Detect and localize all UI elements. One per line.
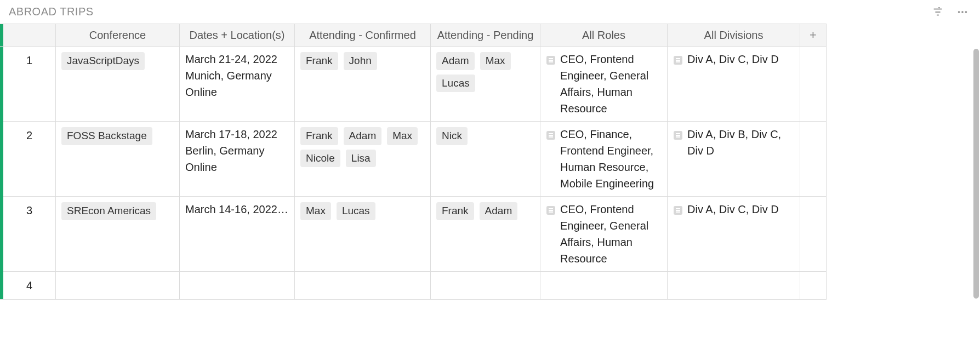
conference-pill[interactable]: JavaScriptDays (61, 52, 145, 70)
person-pill[interactable]: Nicole (300, 150, 340, 168)
roles-text: CEO, Finance, Frontend Engineer, Human R… (560, 126, 662, 192)
cell-divisions[interactable]: Div A, Div C, Div D (668, 47, 800, 122)
person-pill[interactable]: Lisa (346, 150, 376, 168)
header-pending[interactable]: Attending - Pending (431, 24, 540, 47)
cell-pending[interactable] (431, 272, 540, 300)
svg-point-5 (961, 11, 964, 13)
grid: Conference Dates + Location(s) Attending… (0, 24, 976, 300)
roles-text: CEO, Frontend Engineer, General Affairs,… (560, 51, 662, 117)
person-pill[interactable]: Frank (300, 127, 338, 145)
vertical-scrollbar[interactable] (973, 49, 979, 299)
person-pill[interactable]: Adam (436, 52, 475, 70)
svg-marker-3 (938, 7, 940, 9)
cell-extra[interactable] (800, 197, 827, 272)
header-confirmed[interactable]: Attending - Confirmed (295, 24, 431, 47)
person-pill[interactable]: Frank (300, 52, 338, 70)
person-pill[interactable]: Adam (344, 127, 382, 145)
header-divisions[interactable]: All Divisions (668, 24, 800, 47)
cell-pending[interactable]: FrankAdam (431, 197, 540, 272)
person-pill[interactable]: Max (387, 127, 418, 145)
cell-confirmed[interactable]: MaxLucas (295, 197, 431, 272)
table: Conference Dates + Location(s) Attending… (0, 24, 980, 300)
header-conference[interactable]: Conference (56, 24, 180, 47)
cell-confirmed[interactable] (295, 272, 431, 300)
cell-divisions[interactable]: Div A, Div B, Div C, Div D (668, 122, 800, 197)
cell-divisions[interactable] (668, 272, 800, 300)
divisions-text: Div A, Div B, Div C, Div D (687, 126, 794, 159)
header-dates[interactable]: Dates + Location(s) (180, 24, 295, 47)
cell-conference[interactable]: SREcon Americas (56, 197, 180, 272)
list-icon (546, 128, 556, 145)
person-pill[interactable]: Nick (436, 127, 468, 145)
cell-dates[interactable]: March 21-24, 2022 Munich, Germany Online (180, 47, 295, 122)
person-pill[interactable]: Adam (480, 202, 518, 220)
add-column-button[interactable]: + (800, 24, 827, 47)
cell-conference[interactable]: FOSS Backstage (56, 122, 180, 197)
conference-pill[interactable]: SREcon Americas (61, 202, 156, 220)
cell-confirmed[interactable]: FrankAdamMaxNicoleLisa (295, 122, 431, 197)
cell-extra[interactable] (800, 272, 827, 300)
header-roles[interactable]: All Roles (540, 24, 668, 47)
cell-roles[interactable] (540, 272, 668, 300)
person-pill[interactable]: Max (300, 202, 331, 220)
list-icon (546, 203, 556, 220)
svg-point-4 (958, 11, 960, 13)
cell-pending[interactable]: Nick (431, 122, 540, 197)
list-icon (673, 53, 683, 70)
row-number[interactable]: 1 (3, 47, 56, 122)
cell-dates[interactable] (180, 272, 295, 300)
page-header: ABROAD TRIPS (0, 0, 980, 24)
roles-text: CEO, Frontend Engineer, General Affairs,… (560, 201, 662, 267)
person-pill[interactable]: John (344, 52, 377, 70)
cell-roles[interactable]: CEO, Frontend Engineer, General Affairs,… (540, 47, 668, 122)
svg-point-6 (965, 11, 967, 13)
page-title: ABROAD TRIPS (9, 5, 94, 18)
cell-conference[interactable]: JavaScriptDays (56, 47, 180, 122)
header-rownum[interactable] (3, 24, 56, 47)
row-number[interactable]: 4 (3, 272, 56, 300)
cell-divisions[interactable]: Div A, Div C, Div D (668, 197, 800, 272)
list-icon (673, 203, 683, 220)
conference-pill[interactable]: FOSS Backstage (61, 127, 152, 145)
row-number[interactable]: 2 (3, 122, 56, 197)
divisions-text: Div A, Div C, Div D (687, 201, 794, 217)
filter-icon[interactable] (932, 6, 944, 18)
divisions-text: Div A, Div C, Div D (687, 51, 794, 67)
cell-roles[interactable]: CEO, Finance, Frontend Engineer, Human R… (540, 122, 668, 197)
list-icon (673, 128, 683, 145)
cell-conference[interactable] (56, 272, 180, 300)
person-pill[interactable]: Lucas (337, 202, 375, 220)
person-pill[interactable]: Max (480, 52, 511, 70)
cell-extra[interactable] (800, 47, 827, 122)
more-icon[interactable] (956, 6, 969, 18)
cell-dates[interactable]: March 14-16, 2022 San Francisco, C… (180, 197, 295, 272)
cell-confirmed[interactable]: FrankJohn (295, 47, 431, 122)
person-pill[interactable]: Frank (436, 202, 474, 220)
row-number[interactable]: 3 (3, 197, 56, 272)
header-actions (932, 6, 969, 18)
list-icon (546, 53, 556, 70)
cell-dates[interactable]: March 17-18, 2022 Berlin, Germany Online (180, 122, 295, 197)
cell-extra[interactable] (800, 122, 827, 197)
cell-roles[interactable]: CEO, Frontend Engineer, General Affairs,… (540, 197, 668, 272)
person-pill[interactable]: Lucas (436, 75, 475, 93)
cell-pending[interactable]: AdamMaxLucas (431, 47, 540, 122)
